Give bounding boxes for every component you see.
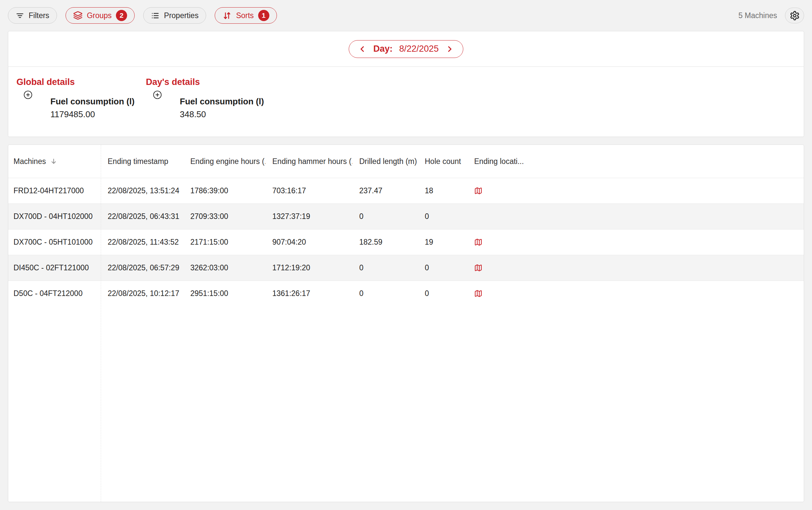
engine-hours-cell: 2709:33:00 (183, 212, 265, 221)
global-details-group: Global details Fuel consumption (l) 1179… (17, 77, 146, 119)
column-header-hole-count[interactable]: Hole count (418, 157, 467, 166)
filters-label: Filters (29, 11, 49, 20)
machine-count-label: 5 Machines (738, 11, 777, 20)
settings-button[interactable] (785, 7, 804, 23)
column-header-drilled-length[interactable]: Drilled length (m) (352, 157, 418, 166)
map-icon (474, 290, 483, 298)
previous-day-button[interactable] (357, 44, 367, 54)
sorts-label: Sorts (236, 11, 254, 20)
column-header-engine-hours[interactable]: Ending engine hours (... (183, 157, 265, 166)
ending-location-cell (467, 238, 804, 246)
gear-icon (790, 10, 800, 21)
engine-hours-cell: 2171:15:00 (183, 238, 265, 247)
map-icon (474, 187, 483, 195)
day-details-title: Day's details (146, 77, 275, 87)
ending-timestamp-cell: 22/08/2025, 06:43:31 (101, 212, 183, 221)
circle-plus-icon (23, 90, 33, 99)
day-details-group: Day's details Fuel consumption (l) 348.5… (146, 77, 275, 119)
sorts-count-badge: 1 (258, 10, 269, 21)
filters-button[interactable]: Filters (8, 7, 57, 24)
hole-count-cell: 18 (418, 186, 467, 195)
hole-count-cell: 19 (418, 238, 467, 247)
hammer-hours-cell: 1327:37:19 (265, 212, 352, 221)
sort-arrows-icon (222, 11, 232, 21)
sort-descending-icon (50, 157, 58, 165)
location-map-button[interactable] (474, 238, 483, 246)
location-map-button[interactable] (474, 290, 483, 298)
properties-label: Properties (164, 11, 199, 20)
table-row: FRD12-04HT217000 22/08/2025, 13:51:24 17… (8, 178, 804, 204)
column-header-ending-timestamp[interactable]: Ending timestamp (101, 157, 183, 166)
drilled-length-cell: 0 (352, 212, 418, 221)
table-row: DI450C - 02FT121000 22/08/2025, 06:57:29… (8, 255, 804, 280)
table-row: DX700C - 05HT101000 22/08/2025, 11:43:52… (8, 229, 804, 255)
column-header-ending-location[interactable]: Ending locati... (467, 157, 804, 166)
details-section: Global details Fuel consumption (l) 1179… (8, 67, 804, 119)
day-fuel-label: Fuel consumption (l) (180, 96, 264, 106)
location-map-button[interactable] (474, 264, 483, 272)
groups-label: Groups (87, 11, 112, 20)
ending-location-cell (467, 187, 804, 195)
ending-location-cell (467, 212, 804, 220)
ending-timestamp-cell: 22/08/2025, 10:12:17 (101, 289, 183, 298)
engine-hours-cell: 3262:03:00 (183, 263, 265, 272)
day-date-value: 8/22/2025 (399, 44, 439, 54)
map-icon (474, 238, 483, 246)
machines-table: Machines Ending timestamp Ending engine … (8, 145, 804, 502)
hammer-hours-cell: 907:04:20 (265, 238, 352, 247)
drilled-length-cell: 0 (352, 263, 418, 272)
machine-name-cell: DX700C - 05HT101000 (8, 238, 101, 247)
column-header-hammer-hours[interactable]: Ending hammer hours (... (265, 157, 352, 166)
column-header-machines[interactable]: Machines (8, 157, 101, 166)
machine-name-cell: DI450C - 02FT121000 (8, 263, 101, 272)
ending-timestamp-cell: 22/08/2025, 11:43:52 (101, 238, 183, 247)
hammer-hours-cell: 703:16:17 (265, 186, 352, 195)
sorts-button[interactable]: Sorts 1 (215, 7, 277, 24)
groups-count-badge: 2 (116, 10, 127, 21)
day-fuel-metric: Fuel consumption (l) 348.50 (180, 96, 264, 119)
global-fuel-label: Fuel consumption (l) (50, 96, 135, 106)
ending-location-cell (467, 264, 804, 272)
engine-hours-cell: 1786:39:00 (183, 186, 265, 195)
engine-hours-cell: 2951:15:00 (183, 289, 265, 298)
global-details-expand-button[interactable] (23, 90, 33, 99)
global-fuel-metric: Fuel consumption (l) 1179485.00 (50, 96, 135, 119)
groups-button[interactable]: Groups 2 (65, 7, 135, 24)
properties-button[interactable]: Properties (143, 7, 206, 24)
ending-timestamp-cell: 22/08/2025, 06:57:29 (101, 263, 183, 272)
hole-count-cell: 0 (418, 263, 467, 272)
filter-icon (16, 11, 24, 20)
table-row: D50C - 04FT212000 22/08/2025, 10:12:17 2… (8, 280, 804, 306)
machine-name-cell: FRD12-04HT217000 (8, 186, 101, 195)
toolbar: Filters Groups 2 Properties (8, 7, 804, 24)
hammer-hours-cell: 1361:26:17 (265, 289, 352, 298)
day-details-expand-button[interactable] (153, 90, 162, 99)
ending-location-cell (467, 290, 804, 298)
location-map-button[interactable] (474, 187, 483, 195)
ending-timestamp-cell: 22/08/2025, 13:51:24 (101, 186, 183, 195)
layers-icon (73, 11, 83, 21)
table-header-row: Machines Ending timestamp Ending engine … (8, 145, 804, 178)
chevron-left-icon (357, 44, 367, 54)
global-fuel-value: 1179485.00 (50, 109, 135, 119)
drilled-length-cell: 182.59 (352, 238, 418, 247)
hole-count-cell: 0 (418, 212, 467, 221)
column-divider (101, 145, 101, 502)
next-day-button[interactable] (445, 44, 455, 54)
day-label: Day: (373, 44, 393, 54)
table-row: DX700D - 04HT102000 22/08/2025, 06:43:31… (8, 204, 804, 229)
drilled-length-cell: 0 (352, 289, 418, 298)
list-icon (151, 11, 160, 20)
day-selector[interactable]: Day: 8/22/2025 (349, 40, 464, 58)
circle-plus-icon (153, 90, 162, 99)
map-icon (474, 264, 483, 272)
day-fuel-value: 348.50 (180, 109, 264, 119)
machine-name-cell: D50C - 04FT212000 (8, 289, 101, 298)
filter-button-group: Filters Groups 2 Properties (8, 7, 277, 24)
drilled-length-cell: 237.47 (352, 186, 418, 195)
hammer-hours-cell: 1712:19:20 (265, 263, 352, 272)
day-navigation: Day: 8/22/2025 (8, 31, 804, 67)
toolbar-right: 5 Machines (738, 7, 804, 23)
hole-count-cell: 0 (418, 289, 467, 298)
machine-name-cell: DX700D - 04HT102000 (8, 212, 101, 221)
